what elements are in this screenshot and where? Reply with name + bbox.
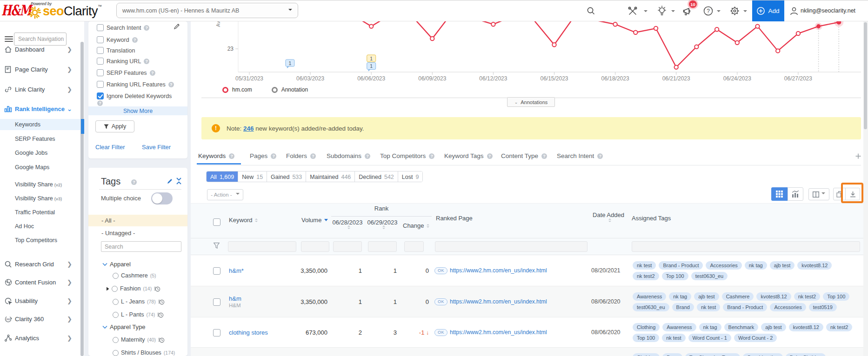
col-change[interactable]: Change xyxy=(403,222,429,229)
tag-pill[interactable]: nk tag xyxy=(699,323,721,331)
checkbox[interactable] xyxy=(97,47,104,54)
lightbulb-chevron-icon[interactable] xyxy=(671,10,675,14)
tag-pill[interactable]: ajb test xyxy=(694,292,719,301)
tag-pill[interactable]: nk test2 xyxy=(826,323,853,331)
action-dropdown[interactable]: - Action - xyxy=(207,189,243,200)
filter-input-date2[interactable] xyxy=(368,241,397,252)
user-icon[interactable] xyxy=(790,7,798,15)
scrollbar-thumb[interactable] xyxy=(864,22,867,129)
radio[interactable] xyxy=(113,312,119,318)
tag-pill[interactable]: Brand - Product xyxy=(723,303,767,311)
annotation-marker[interactable]: 1 xyxy=(367,55,376,62)
radio[interactable] xyxy=(112,286,118,292)
tag-pill[interactable]: Top Shopping Terms xyxy=(685,353,740,356)
sidebar-item-google-jobs[interactable]: Google Jobs xyxy=(0,147,80,158)
filter-input-ranked-page[interactable] xyxy=(435,241,588,252)
filter-checkbox-translation[interactable]: Translation xyxy=(97,47,135,54)
tags-help-icon[interactable]: ? xyxy=(131,179,137,185)
help-icon[interactable]: ? xyxy=(487,153,493,159)
search-icon[interactable] xyxy=(587,7,595,15)
tab-folders[interactable]: Folders? xyxy=(286,152,316,159)
help-icon[interactable]: ? xyxy=(168,82,174,87)
help-icon[interactable]: ? xyxy=(541,153,547,159)
filter-input-assigned-tags[interactable] xyxy=(632,241,860,252)
nav-item-analytics[interactable]: Analytics❯ xyxy=(0,331,80,344)
pill-declined[interactable]: Declined542 xyxy=(354,171,398,182)
radio[interactable] xyxy=(113,350,119,356)
col-date1[interactable]: 06/28/2023 xyxy=(331,219,364,226)
sidebar-item-visibility-share[interactable]: Visibility Share(v3) xyxy=(0,193,80,204)
history-icon[interactable] xyxy=(154,286,160,292)
tag-pill[interactable]: Brand - Product xyxy=(659,261,703,270)
tab-subdomains[interactable]: Subdomains? xyxy=(327,152,370,159)
pill-lost[interactable]: Lost9 xyxy=(398,171,423,182)
filter-input-volume[interactable] xyxy=(301,241,329,252)
history-icon[interactable] xyxy=(158,299,165,305)
show-more-button[interactable]: Show More xyxy=(88,106,187,115)
checkbox[interactable] xyxy=(97,36,104,43)
help-icon[interactable]: ? xyxy=(150,70,155,76)
series-annotation-icon[interactable] xyxy=(272,87,278,93)
annotation-marker[interactable]: 1 xyxy=(286,59,294,68)
filter-checkbox-ranking-url-features[interactable]: Ranking URL Features? xyxy=(97,81,174,88)
filter-input-change[interactable] xyxy=(404,241,424,252)
caret-right-icon[interactable] xyxy=(106,287,109,291)
sidebar-item-google-maps[interactable]: Google Maps xyxy=(0,162,80,173)
tag-pill[interactable]: test0630_eu xyxy=(691,272,728,280)
tag-pill[interactable]: Word Count - 1 xyxy=(688,334,731,342)
tag-pill[interactable]: Accessories xyxy=(706,261,741,270)
table-view-button[interactable] xyxy=(771,187,788,201)
tab-keywords[interactable]: Keywords? xyxy=(198,152,234,159)
tab-keyword-tags[interactable]: Keyword Tags? xyxy=(444,152,493,159)
tag-pill[interactable]: Top 100 xyxy=(823,292,849,301)
tag-pill[interactable]: ajb test xyxy=(770,261,795,270)
sidebar-item-keywords[interactable]: Keywords xyxy=(0,119,80,130)
nav-item-page-clarity[interactable]: Page Clarity❯ xyxy=(0,63,80,76)
tag-pill[interactable]: Awareness xyxy=(633,292,666,301)
tag-pill[interactable]: Brand xyxy=(672,303,694,311)
menu-icon[interactable] xyxy=(5,35,13,43)
tools-icon[interactable] xyxy=(628,6,638,16)
domain-selector[interactable]: www.hm.com (US-en) - Hennes & Mauritz AB xyxy=(116,3,298,18)
col-date2[interactable]: 06/29/2023 xyxy=(366,219,399,226)
filter-checkbox-keyword[interactable]: Keyword? xyxy=(97,36,138,43)
help-icon[interactable]: ? xyxy=(597,153,603,159)
radio[interactable] xyxy=(113,337,119,343)
tools-chevron-icon[interactable] xyxy=(644,10,648,14)
nav-item-clarity-360[interactable]: 360Clarity 360❯ xyxy=(0,312,80,325)
pill-maintained[interactable]: Maintained446 xyxy=(306,171,354,182)
nav-item-link-clarity[interactable]: Link Clarity❯ xyxy=(0,83,80,96)
user-email[interactable]: nkling@seoclarity.net xyxy=(801,7,855,14)
tab-search-intent[interactable]: Search Intent? xyxy=(557,152,603,159)
add-button[interactable]: Add xyxy=(752,0,784,21)
checkbox[interactable] xyxy=(97,92,104,99)
sidebar-item-ad-hoc[interactable]: Ad Hoc xyxy=(0,221,80,232)
tag-tree-apparel-type[interactable]: Apparel Type xyxy=(102,323,145,330)
collapse-icon[interactable] xyxy=(176,177,182,185)
help-icon[interactable]: ? xyxy=(144,59,149,64)
tag-tree-apparel[interactable]: Apparel xyxy=(102,261,131,268)
announcements-icon[interactable] xyxy=(683,7,694,17)
col-date-added[interactable]: Date Added xyxy=(590,211,627,218)
ranked-page-link[interactable]: https://www2.hm.com/en_us/index.html xyxy=(450,267,547,274)
col-keyword[interactable]: Keyword xyxy=(229,217,258,224)
multiple-choice-toggle[interactable] xyxy=(151,192,173,204)
nav-item-dashboard[interactable]: Dashboard❯ xyxy=(0,43,80,56)
tag-pill[interactable]: nk test xyxy=(662,334,685,342)
new-keywords-link[interactable]: 246 xyxy=(243,125,254,132)
tag-pill[interactable]: nk test2 xyxy=(794,292,821,301)
row-checkbox[interactable] xyxy=(213,329,220,336)
row-checkbox[interactable] xyxy=(213,267,220,275)
keyword-link[interactable]: h&m* xyxy=(229,267,244,274)
tag-pill[interactable]: Word Count - 2 xyxy=(734,334,777,342)
tag-pill[interactable]: Benchmark xyxy=(724,323,759,331)
tag-pill[interactable]: nk tag xyxy=(745,261,767,270)
help-icon[interactable]: ? xyxy=(97,100,103,106)
filter-checkbox-ignore-deleted-keywords[interactable]: Ignore Deleted Keywords xyxy=(97,92,172,99)
select-all-checkbox[interactable] xyxy=(213,218,220,226)
tag-pill[interactable]: Baby Clothing xyxy=(786,353,826,356)
tags-all-item[interactable]: - All - xyxy=(88,215,187,226)
add-tab-icon[interactable] xyxy=(855,153,861,159)
gear-icon[interactable] xyxy=(730,6,740,16)
tag-pill[interactable]: Clothing xyxy=(633,353,660,356)
